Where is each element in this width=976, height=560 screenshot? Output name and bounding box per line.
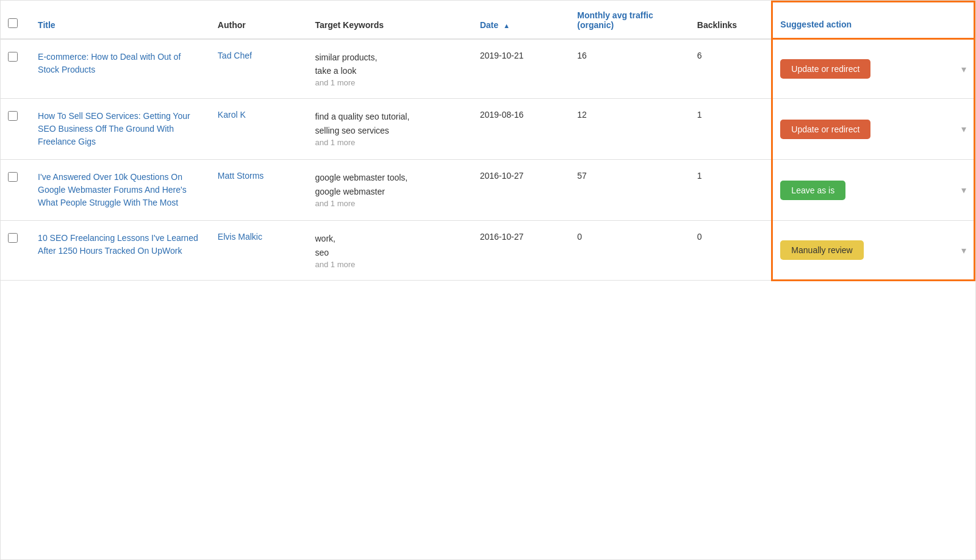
row-title-cell: I've Answered Over 10k Questions On Goog…	[30, 160, 210, 221]
col-header-traffic: Monthly avg traffic (organic)	[570, 2, 689, 39]
row-backlinks-cell: 6	[690, 39, 772, 99]
row-keywords-text: find a quality seo tutorial, selling seo…	[315, 110, 465, 137]
row-keywords-more[interactable]: and 1 more	[315, 138, 355, 147]
row-traffic-cell: 57	[570, 160, 689, 221]
col-header-date[interactable]: Date ▲	[473, 2, 570, 39]
col-header-action: Suggested action	[772, 2, 975, 39]
row-date-cell: 2016-10-27	[473, 160, 570, 221]
row-title-cell: E-commerce: How to Deal with Out of Stoc…	[30, 39, 210, 99]
row-checkbox[interactable]	[8, 233, 18, 243]
content-table: Title Author Target Keywords Date ▲ Mont…	[1, 1, 975, 281]
table-row: E-commerce: How to Deal with Out of Stoc…	[1, 39, 975, 99]
row-keywords-cell: work, seoand 1 more	[307, 221, 472, 281]
chevron-down-icon[interactable]: ▾	[961, 63, 966, 75]
action-cell-inner: Leave as is▾	[780, 181, 966, 200]
action-btn-leave[interactable]: Leave as is	[780, 181, 845, 200]
row-backlinks-cell: 1	[690, 160, 772, 221]
row-checkbox[interactable]	[8, 111, 18, 121]
table-row: 10 SEO Freelancing Lessons I've Learned …	[1, 221, 975, 281]
content-table-wrapper: Title Author Target Keywords Date ▲ Mont…	[0, 0, 976, 560]
row-checkbox-cell[interactable]	[1, 39, 30, 99]
col-header-keywords: Target Keywords	[307, 2, 472, 39]
row-traffic-cell: 12	[570, 99, 689, 160]
row-checkbox-cell[interactable]	[1, 160, 30, 221]
row-action-cell: Update or redirect▾	[772, 99, 975, 160]
table-row: I've Answered Over 10k Questions On Goog…	[1, 160, 975, 221]
row-title-link[interactable]: How To Sell SEO Services: Getting Your S…	[38, 111, 190, 146]
row-keywords-text: similar products, take a look	[315, 51, 465, 78]
row-keywords-cell: google webmaster tools, google webmaster…	[307, 160, 472, 221]
row-date-cell: 2019-08-16	[473, 99, 570, 160]
action-cell-inner: Update or redirect▾	[780, 59, 966, 79]
action-btn-manual[interactable]: Manually review	[780, 240, 863, 260]
row-checkbox[interactable]	[8, 172, 18, 182]
action-btn-update[interactable]: Update or redirect	[780, 120, 870, 139]
row-author-cell: Elvis Malkic	[210, 221, 308, 281]
row-backlinks-cell: 1	[690, 99, 772, 160]
row-author-cell: Tad Chef	[210, 39, 308, 99]
row-backlinks-cell: 0	[690, 221, 772, 281]
header-checkbox-cell[interactable]	[1, 2, 30, 39]
row-author-cell: Matt Storms	[210, 160, 308, 221]
chevron-down-icon[interactable]: ▾	[961, 245, 966, 256]
row-action-cell: Manually review▾	[772, 221, 975, 281]
action-cell-inner: Update or redirect▾	[780, 120, 966, 139]
row-action-cell: Update or redirect▾	[772, 39, 975, 99]
row-traffic-cell: 16	[570, 39, 689, 99]
row-keywords-text: google webmaster tools, google webmaster	[315, 171, 465, 198]
row-checkbox-cell[interactable]	[1, 99, 30, 160]
row-keywords-cell: find a quality seo tutorial, selling seo…	[307, 99, 472, 160]
select-all-checkbox[interactable]	[8, 18, 18, 28]
row-date-cell: 2019-10-21	[473, 39, 570, 99]
row-action-cell: Leave as is▾	[772, 160, 975, 221]
row-keywords-text: work, seo	[315, 232, 465, 259]
col-header-author: Author	[210, 2, 308, 39]
row-title-link[interactable]: I've Answered Over 10k Questions On Goog…	[38, 172, 187, 207]
row-checkbox-cell[interactable]	[1, 221, 30, 281]
row-keywords-cell: similar products, take a lookand 1 more	[307, 39, 472, 99]
row-checkbox[interactable]	[8, 52, 18, 62]
row-author-link[interactable]: Karol K	[218, 110, 246, 120]
row-date-cell: 2016-10-27	[473, 221, 570, 281]
row-author-link[interactable]: Elvis Malkic	[218, 232, 262, 242]
row-keywords-more[interactable]: and 1 more	[315, 78, 355, 87]
row-title-cell: How To Sell SEO Services: Getting Your S…	[30, 99, 210, 160]
row-author-cell: Karol K	[210, 99, 308, 160]
table-row: How To Sell SEO Services: Getting Your S…	[1, 99, 975, 160]
row-author-link[interactable]: Matt Storms	[218, 171, 264, 181]
row-title-cell: 10 SEO Freelancing Lessons I've Learned …	[30, 221, 210, 281]
row-keywords-more[interactable]: and 1 more	[315, 260, 355, 269]
chevron-down-icon[interactable]: ▾	[961, 184, 966, 196]
action-btn-update[interactable]: Update or redirect	[780, 59, 870, 79]
row-author-link[interactable]: Tad Chef	[218, 51, 252, 60]
action-cell-inner: Manually review▾	[780, 240, 966, 260]
sort-asc-icon: ▲	[503, 22, 510, 29]
row-traffic-cell: 0	[570, 221, 689, 281]
row-title-link[interactable]: 10 SEO Freelancing Lessons I've Learned …	[38, 233, 198, 256]
row-keywords-more[interactable]: and 1 more	[315, 199, 355, 208]
row-title-link[interactable]: E-commerce: How to Deal with Out of Stoc…	[38, 52, 181, 74]
col-header-title[interactable]: Title	[30, 2, 210, 39]
col-header-backlinks: Backlinks	[690, 2, 772, 39]
chevron-down-icon[interactable]: ▾	[961, 123, 966, 135]
